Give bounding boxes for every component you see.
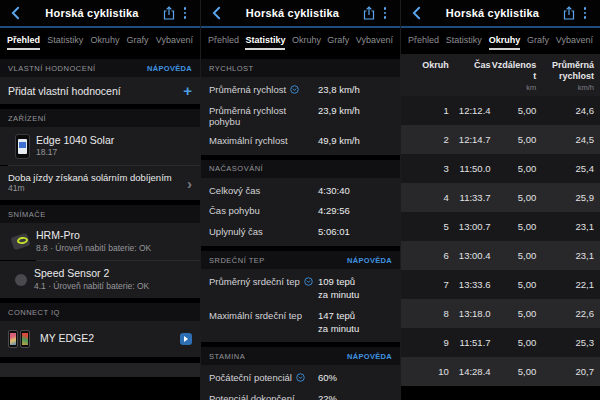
stat-value-unit: za minutu — [318, 289, 359, 300]
stat-row: Čas pohybu 4:29:56 — [201, 201, 400, 222]
stat-row: Uplynulý čas 5:06:01 — [201, 222, 400, 243]
tab-okruhy[interactable]: Okruhy — [489, 28, 521, 50]
chevron-left-icon — [212, 6, 221, 20]
table-row[interactable]: 311:50.05,0025,4 — [401, 154, 600, 183]
section-title: RYCHLOST — [209, 64, 254, 73]
connect-iq-store-icon[interactable] — [180, 333, 192, 345]
stat-row: Počáteční potenciál 60% — [201, 368, 400, 389]
heart-rate-stats: Průměrný srdeční tep 109 tepů za minutu … — [201, 269, 400, 342]
plus-icon[interactable]: + — [183, 83, 192, 98]
share-button[interactable] — [361, 6, 377, 20]
help-link[interactable]: NÁPOVĚDA — [147, 64, 192, 73]
back-button[interactable] — [7, 6, 23, 20]
tab-statistiky[interactable]: Statistiky — [245, 28, 285, 50]
table-row[interactable]: 1014:28.45,0020,7 — [401, 357, 600, 386]
stat-value: 109 tepů — [318, 276, 355, 287]
table-row[interactable]: 813:18.05,0022,6 — [401, 299, 600, 328]
section-connect-iq: CONNECT IQ — [0, 303, 200, 321]
page-title: Horská cyklistika — [424, 7, 561, 19]
laps-table-header: Okruh Čas Vzdálenostkm Průměrná rychlost… — [401, 54, 600, 96]
solar-row[interactable]: Doba jízdy získaná solárním dobíjením 41… — [0, 166, 200, 200]
tab-vybaveni[interactable]: Vybavení — [356, 28, 393, 48]
stat-value: 5:06:01 — [318, 226, 392, 239]
table-row[interactable]: 911:51.75,0025,3 — [401, 328, 600, 357]
back-button[interactable] — [408, 6, 424, 20]
sensor-row-speed[interactable]: Speed Sensor 2 4.1 · Úroveň nabití bater… — [0, 261, 200, 298]
sensor-detail: 4.1 · Úroveň nabití baterie: OK — [34, 281, 149, 292]
device-row[interactable]: Edge 1040 Solar 18.17 — [0, 127, 200, 165]
tab-grafy[interactable]: Grafy — [127, 28, 149, 48]
speed-unit: km/h — [536, 83, 594, 92]
share-button[interactable] — [561, 6, 577, 20]
stat-value: 49,9 km/h — [318, 135, 392, 148]
stat-value: 4:30:40 — [318, 185, 392, 198]
hrm-sensor-icon — [8, 231, 36, 253]
back-button[interactable] — [208, 6, 224, 20]
panel-statistics: Horská cyklistika Přehled Statistiky Okr… — [200, 0, 400, 400]
tab-prehled[interactable]: Přehled — [7, 28, 40, 50]
col-header-avg-speed: Průměrná rychlostkm/h — [536, 60, 594, 92]
col-header-distance: Vzdálenostkm — [491, 60, 537, 92]
device-name: Edge 1040 Solar — [36, 134, 114, 147]
speed-stats: Průměrná rychlost 23,8 km/h Průměrná ryc… — [201, 77, 400, 155]
table-row[interactable]: 713:33.65,0022,1 — [401, 270, 600, 299]
stat-value: 23,8 km/h — [318, 84, 392, 97]
tab-bar: Přehled Statistiky Okruhy Grafy Vybavení — [0, 28, 200, 54]
timing-stats: Celkový čas 4:30:40 Čas pohybu 4:29:56 U… — [201, 178, 400, 246]
menu-button[interactable] — [377, 7, 393, 19]
section-title: STAMINA — [209, 352, 245, 361]
nav-bar: Horská cyklistika — [0, 0, 200, 26]
stat-row: Potenciál dokončení 22% — [201, 389, 400, 400]
device-version: 18.17 — [36, 147, 114, 158]
page-title: Horská cyklistika — [23, 7, 161, 19]
share-button[interactable] — [161, 6, 177, 20]
stat-label: Počáteční potenciál — [209, 372, 292, 383]
stat-label: Uplynulý čas — [209, 226, 263, 237]
panel-overview: Horská cyklistika Přehled Statistiky Okr… — [0, 0, 200, 400]
sensor-name: Speed Sensor 2 — [34, 267, 149, 280]
tab-okruhy[interactable]: Okruhy — [292, 28, 321, 48]
table-row[interactable]: 513:00.75,0023,1 — [401, 212, 600, 241]
stat-label: Průměrná rychlost pohybu — [209, 105, 318, 127]
stat-label: Maximální srdeční tep — [209, 310, 302, 321]
tab-prehled[interactable]: Přehled — [208, 28, 239, 48]
solar-value: 41m — [8, 183, 172, 194]
edge-device-icon — [8, 134, 36, 159]
section-device: ZAŘÍZENÍ — [0, 109, 200, 127]
table-row[interactable]: 112:12.45,0024,6 — [401, 96, 600, 125]
table-row[interactable]: 212:14.75,0024,5 — [401, 125, 600, 154]
tab-okruhy[interactable]: Okruhy — [90, 28, 119, 48]
tab-statistiky[interactable]: Statistiky — [47, 28, 83, 48]
help-link[interactable]: NÁPOVĚDA — [347, 352, 392, 361]
info-icon[interactable] — [290, 85, 299, 94]
solar-label: Doba jízdy získaná solárním dobíjením — [8, 172, 172, 184]
tab-vybaveni[interactable]: Vybavení — [556, 28, 593, 48]
nav-bar: Horská cyklistika — [201, 0, 400, 26]
info-icon[interactable] — [304, 277, 313, 286]
table-row[interactable]: 411:33.75,0025,9 — [401, 183, 600, 212]
table-row[interactable]: 613:00.45,0023,1 — [401, 241, 600, 270]
help-link[interactable]: NÁPOVĚDA — [347, 256, 392, 265]
sensor-detail: 8.8 · Úroveň nabití baterie: OK — [36, 243, 151, 254]
menu-button[interactable] — [177, 7, 193, 19]
section-timing: NAČASOVÁNÍ — [201, 160, 400, 178]
connect-iq-row[interactable]: MY EDGE2 — [0, 321, 200, 357]
distance-unit: km — [491, 83, 537, 92]
chevron-left-icon — [412, 6, 421, 20]
menu-button[interactable] — [577, 7, 593, 19]
sensor-row-hrm[interactable]: HRM-Pro 8.8 · Úroveň nabití baterie: OK — [0, 223, 200, 260]
tab-vybaveni[interactable]: Vybavení — [156, 28, 193, 48]
stat-label: Průměrná rychlost — [209, 84, 286, 95]
col-header-lap: Okruh — [407, 60, 449, 71]
tab-grafy[interactable]: Grafy — [527, 28, 549, 48]
tab-prehled[interactable]: Přehled — [408, 28, 439, 48]
app-name: MY EDGE2 — [40, 332, 94, 345]
tab-statistiky[interactable]: Statistiky — [446, 28, 482, 48]
info-icon[interactable] — [296, 373, 305, 382]
add-rating-row[interactable]: Přidat vlastní hodnocení + — [0, 77, 200, 104]
garmin-connect-screens: Horská cyklistika Přehled Statistiky Okr… — [0, 0, 600, 400]
tab-grafy[interactable]: Grafy — [327, 28, 349, 48]
share-icon — [363, 6, 375, 20]
section-title: SRDEČNÍ TEP — [209, 256, 265, 265]
chevron-right-icon: › — [187, 176, 192, 191]
